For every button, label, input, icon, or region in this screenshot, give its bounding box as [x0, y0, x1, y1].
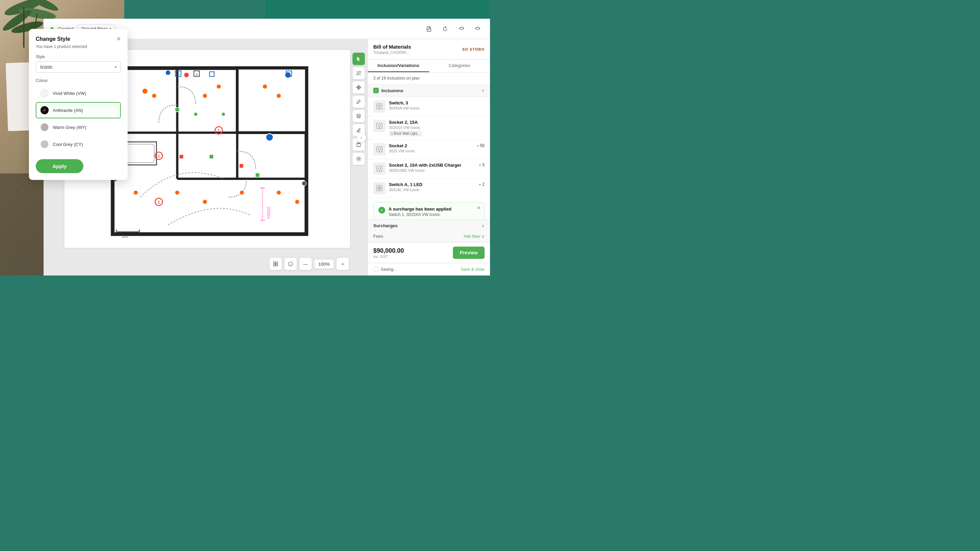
grid-view-btn[interactable]: [269, 258, 282, 270]
count-arrow-icon: ▾: [477, 144, 479, 148]
bottom-toolbar: i — 100% +: [269, 258, 349, 270]
list-item[interactable]: Switch, 3 3043VA VW Iconic: [368, 97, 490, 116]
style-label: Style: [36, 54, 121, 59]
count-arrow-icon: ▾: [479, 183, 481, 186]
fees-label: Fees: [373, 233, 383, 239]
svg-rect-55: [256, 173, 259, 177]
svg-point-30: [194, 112, 198, 116]
move-tool-btn[interactable]: [353, 81, 365, 94]
colour-swatch: [40, 123, 49, 131]
saving-indicator: Saving...: [373, 267, 397, 272]
svg-rect-73: [274, 264, 275, 266]
svg-rect-53: [180, 155, 183, 159]
refresh-icon[interactable]: [440, 24, 450, 34]
bom-logo-text: SO STOBO: [462, 47, 485, 51]
inclusions-title: Inclusions: [382, 88, 482, 93]
settings-tool-btn[interactable]: [353, 153, 365, 165]
cursor-tool-btn[interactable]: [353, 53, 365, 65]
save-bar: Saving... Save & close: [368, 263, 490, 275]
svg-point-29: [276, 94, 281, 98]
info-btn[interactable]: i: [285, 258, 297, 270]
resize-tool-btn[interactable]: [353, 67, 365, 79]
item-code: 3041AL VW Iconic: [389, 188, 476, 192]
colour-label: Colour: [36, 78, 121, 83]
bom-logo: SO STOBO: [462, 47, 485, 51]
colour-name: Anthracite (AN): [53, 108, 83, 113]
surcharge-description: Switch 1, 3015XA VW Iconic: [388, 212, 451, 217]
svg-point-18: [166, 70, 170, 75]
inclusions-section: ✓ Inclusions ∧ Switch: [368, 84, 490, 219]
document-icon[interactable]: [423, 24, 434, 34]
svg-point-46: [175, 191, 180, 195]
colour-option-cool-grey[interactable]: Cool Grey (CY): [36, 136, 121, 152]
zoom-out-btn[interactable]: —: [299, 258, 312, 270]
colour-option-warm-grey[interactable]: Warm Grey (WY): [36, 119, 121, 135]
item-name: Socket 2: [389, 143, 474, 148]
list-item[interactable]: Socket 2, 10A with 2xUSB Charger 3025USB…: [368, 159, 490, 179]
svg-text:1: 1: [218, 129, 220, 133]
zoom-level: 100%: [314, 259, 334, 269]
inclusions-header[interactable]: ✓ Inclusions ∧: [368, 84, 490, 97]
count-value: 5: [482, 163, 485, 167]
price-footer: $90,000.00 inc. GST Preview: [368, 242, 490, 263]
bom-subtitle: Tchappat_CH29590...: [373, 50, 411, 54]
fees-add-chevron-icon: ∨: [482, 234, 485, 239]
colour-option-vivid-white[interactable]: Vivid White (VW): [36, 85, 121, 102]
bom-header-info: Bill of Materials Tchappat_CH29590...: [373, 44, 411, 54]
fees-add-btn[interactable]: Add New ∨: [463, 234, 485, 239]
colour-swatch: [40, 140, 49, 148]
svg-rect-72: [276, 262, 278, 264]
item-code: 3025 VW Iconic: [389, 149, 474, 153]
tab-inclusions-variations[interactable]: Inclusion/Variations: [368, 60, 429, 72]
save-close-button[interactable]: Save & close: [461, 267, 485, 272]
undo-icon[interactable]: [456, 24, 467, 34]
item-thumbnail: [373, 182, 385, 194]
modal-title: Change Style: [36, 36, 70, 42]
apply-button[interactable]: Apply: [36, 159, 83, 173]
svg-point-40: [266, 134, 273, 141]
preview-button[interactable]: Preview: [453, 246, 485, 259]
svg-point-95: [379, 188, 380, 189]
svg-point-48: [240, 191, 244, 195]
style-selector[interactable]: Iconic Classic Modern: [36, 61, 121, 73]
item-count: ▾ 50: [477, 143, 485, 148]
bom-header: Bill of Materials Tchappat_CH29590... SO…: [368, 39, 490, 60]
svg-point-27: [216, 84, 221, 89]
colour-name: Warm Grey (WY): [53, 125, 86, 130]
modal-close-btn[interactable]: ✕: [116, 36, 121, 42]
surcharges-section: Surcharges ∨ Fees Add New ∨: [368, 219, 490, 242]
surcharge-close-btn[interactable]: ✕: [477, 205, 481, 211]
modal-subtitle: You have 1 product selected: [36, 44, 121, 49]
svg-point-45: [134, 191, 138, 195]
item-name: Switch, 3: [389, 100, 485, 105]
colour-swatch: [40, 89, 49, 97]
count-arrow-icon: ▾: [479, 163, 481, 167]
colour-option-anthracite[interactable]: ✓ Anthracite (AN): [36, 102, 121, 118]
item-name: Socket 2, 10A with 2xUSB Charger: [389, 163, 476, 168]
svg-text:1m: 1m: [122, 234, 127, 239]
svg-point-49: [276, 191, 281, 195]
svg-text:1: 1: [158, 154, 160, 159]
surcharges-chevron-icon: ∨: [482, 224, 485, 228]
item-info: Socket 2, 10A with 2xUSB Charger 3025USB…: [389, 163, 476, 172]
nav-right-button[interactable]: ›: [357, 133, 366, 142]
svg-text:2500m: 2500m: [266, 206, 271, 219]
right-toolbar: [353, 53, 365, 165]
tab-categories[interactable]: Categories: [429, 60, 490, 72]
bom-count: 3 of 19 Inclusions on plan: [368, 73, 490, 84]
surcharges-header[interactable]: Surcharges ∨: [368, 220, 490, 232]
item-thumbnail: [373, 143, 385, 156]
inclusions-chevron-icon: ∧: [482, 88, 485, 93]
svg-point-24: [142, 89, 148, 94]
edit-tool-btn[interactable]: [353, 95, 365, 108]
redo-icon[interactable]: [472, 24, 483, 34]
item-thumbnail: [373, 100, 385, 113]
item-info: Socket 2 3025 VW Iconic: [389, 143, 474, 153]
list-item[interactable]: Switch A, 1 LED 3041AL VW Iconic ▾ 2: [368, 179, 490, 198]
svg-point-70: [358, 158, 360, 160]
list-item[interactable]: Socket 2, 15A 3025/15 VW Iconic 1 Brick …: [368, 116, 490, 140]
layers-tool-btn[interactable]: [353, 110, 365, 122]
zoom-in-btn[interactable]: +: [337, 258, 349, 270]
list-item[interactable]: Socket 2 3025 VW Iconic ▾ 50: [368, 140, 490, 159]
item-info: Switch, 3 3043VA VW Iconic: [389, 100, 485, 110]
